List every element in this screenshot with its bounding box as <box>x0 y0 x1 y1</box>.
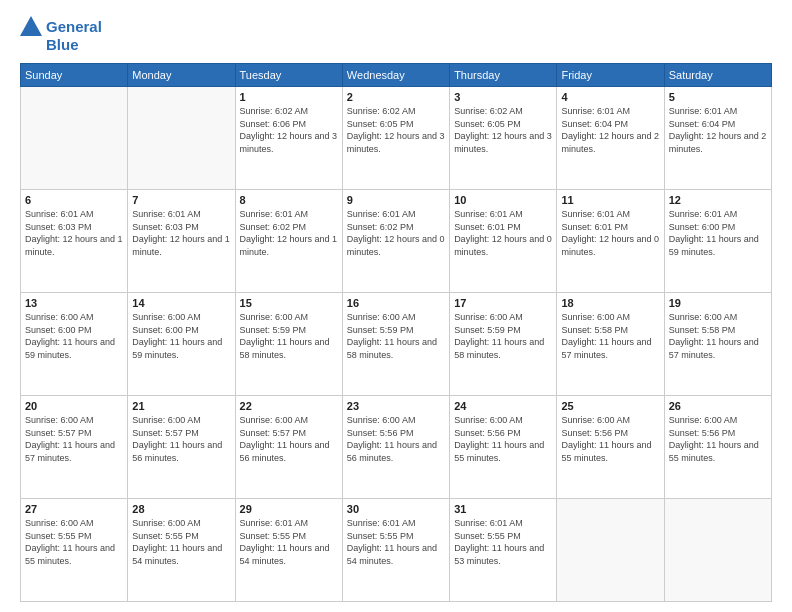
day-info: Sunrise: 6:00 AM Sunset: 5:58 PM Dayligh… <box>561 311 659 361</box>
calendar-cell: 3Sunrise: 6:02 AM Sunset: 6:05 PM Daylig… <box>450 87 557 190</box>
day-number: 31 <box>454 503 552 515</box>
calendar-week-0: 1Sunrise: 6:02 AM Sunset: 6:06 PM Daylig… <box>21 87 772 190</box>
logo: General Blue <box>20 16 102 53</box>
calendar-cell: 4Sunrise: 6:01 AM Sunset: 6:04 PM Daylig… <box>557 87 664 190</box>
calendar-cell <box>664 499 771 602</box>
calendar-table: SundayMondayTuesdayWednesdayThursdayFrid… <box>20 63 772 602</box>
day-number: 21 <box>132 400 230 412</box>
calendar-cell: 13Sunrise: 6:00 AM Sunset: 6:00 PM Dayli… <box>21 293 128 396</box>
svg-marker-0 <box>20 16 42 36</box>
calendar-cell: 30Sunrise: 6:01 AM Sunset: 5:55 PM Dayli… <box>342 499 449 602</box>
day-number: 14 <box>132 297 230 309</box>
day-info: Sunrise: 6:00 AM Sunset: 5:56 PM Dayligh… <box>454 414 552 464</box>
calendar-cell: 6Sunrise: 6:01 AM Sunset: 6:03 PM Daylig… <box>21 190 128 293</box>
day-number: 18 <box>561 297 659 309</box>
day-info: Sunrise: 6:01 AM Sunset: 6:03 PM Dayligh… <box>25 208 123 258</box>
day-info: Sunrise: 6:00 AM Sunset: 5:58 PM Dayligh… <box>669 311 767 361</box>
day-number: 5 <box>669 91 767 103</box>
day-number: 4 <box>561 91 659 103</box>
day-number: 1 <box>240 91 338 103</box>
calendar-week-2: 13Sunrise: 6:00 AM Sunset: 6:00 PM Dayli… <box>21 293 772 396</box>
calendar-cell: 11Sunrise: 6:01 AM Sunset: 6:01 PM Dayli… <box>557 190 664 293</box>
day-info: Sunrise: 6:01 AM Sunset: 6:04 PM Dayligh… <box>561 105 659 155</box>
calendar-cell: 18Sunrise: 6:00 AM Sunset: 5:58 PM Dayli… <box>557 293 664 396</box>
day-info: Sunrise: 6:01 AM Sunset: 6:00 PM Dayligh… <box>669 208 767 258</box>
day-header-sunday: Sunday <box>21 64 128 87</box>
day-info: Sunrise: 6:02 AM Sunset: 6:05 PM Dayligh… <box>454 105 552 155</box>
day-header-wednesday: Wednesday <box>342 64 449 87</box>
day-number: 30 <box>347 503 445 515</box>
calendar-page: General Blue SundayMondayTuesdayWednesda… <box>0 0 792 612</box>
day-info: Sunrise: 6:00 AM Sunset: 5:59 PM Dayligh… <box>454 311 552 361</box>
calendar-cell: 2Sunrise: 6:02 AM Sunset: 6:05 PM Daylig… <box>342 87 449 190</box>
day-info: Sunrise: 6:02 AM Sunset: 6:05 PM Dayligh… <box>347 105 445 155</box>
calendar-week-4: 27Sunrise: 6:00 AM Sunset: 5:55 PM Dayli… <box>21 499 772 602</box>
day-number: 22 <box>240 400 338 412</box>
calendar-cell: 16Sunrise: 6:00 AM Sunset: 5:59 PM Dayli… <box>342 293 449 396</box>
day-info: Sunrise: 6:00 AM Sunset: 5:56 PM Dayligh… <box>669 414 767 464</box>
day-number: 17 <box>454 297 552 309</box>
day-number: 12 <box>669 194 767 206</box>
day-number: 3 <box>454 91 552 103</box>
day-info: Sunrise: 6:00 AM Sunset: 5:55 PM Dayligh… <box>25 517 123 567</box>
day-info: Sunrise: 6:01 AM Sunset: 5:55 PM Dayligh… <box>347 517 445 567</box>
day-number: 7 <box>132 194 230 206</box>
calendar-cell: 10Sunrise: 6:01 AM Sunset: 6:01 PM Dayli… <box>450 190 557 293</box>
logo-icon <box>20 16 42 36</box>
day-number: 29 <box>240 503 338 515</box>
day-info: Sunrise: 6:01 AM Sunset: 5:55 PM Dayligh… <box>240 517 338 567</box>
calendar-cell: 20Sunrise: 6:00 AM Sunset: 5:57 PM Dayli… <box>21 396 128 499</box>
calendar-cell: 7Sunrise: 6:01 AM Sunset: 6:03 PM Daylig… <box>128 190 235 293</box>
day-info: Sunrise: 6:00 AM Sunset: 5:55 PM Dayligh… <box>132 517 230 567</box>
calendar-cell: 29Sunrise: 6:01 AM Sunset: 5:55 PM Dayli… <box>235 499 342 602</box>
day-info: Sunrise: 6:01 AM Sunset: 6:03 PM Dayligh… <box>132 208 230 258</box>
day-number: 8 <box>240 194 338 206</box>
day-info: Sunrise: 6:01 AM Sunset: 6:01 PM Dayligh… <box>454 208 552 258</box>
calendar-cell <box>21 87 128 190</box>
calendar-header-row: SundayMondayTuesdayWednesdayThursdayFrid… <box>21 64 772 87</box>
calendar-cell: 9Sunrise: 6:01 AM Sunset: 6:02 PM Daylig… <box>342 190 449 293</box>
day-info: Sunrise: 6:01 AM Sunset: 5:55 PM Dayligh… <box>454 517 552 567</box>
day-header-monday: Monday <box>128 64 235 87</box>
day-number: 27 <box>25 503 123 515</box>
calendar-cell: 12Sunrise: 6:01 AM Sunset: 6:00 PM Dayli… <box>664 190 771 293</box>
day-info: Sunrise: 6:00 AM Sunset: 6:00 PM Dayligh… <box>25 311 123 361</box>
day-info: Sunrise: 6:00 AM Sunset: 5:56 PM Dayligh… <box>561 414 659 464</box>
calendar-week-3: 20Sunrise: 6:00 AM Sunset: 5:57 PM Dayli… <box>21 396 772 499</box>
day-info: Sunrise: 6:00 AM Sunset: 5:59 PM Dayligh… <box>240 311 338 361</box>
calendar-cell <box>128 87 235 190</box>
day-number: 10 <box>454 194 552 206</box>
day-info: Sunrise: 6:00 AM Sunset: 6:00 PM Dayligh… <box>132 311 230 361</box>
calendar-cell: 22Sunrise: 6:00 AM Sunset: 5:57 PM Dayli… <box>235 396 342 499</box>
calendar-cell: 17Sunrise: 6:00 AM Sunset: 5:59 PM Dayli… <box>450 293 557 396</box>
day-info: Sunrise: 6:01 AM Sunset: 6:04 PM Dayligh… <box>669 105 767 155</box>
calendar-week-1: 6Sunrise: 6:01 AM Sunset: 6:03 PM Daylig… <box>21 190 772 293</box>
day-number: 9 <box>347 194 445 206</box>
logo-general-text: General <box>46 18 102 35</box>
calendar-cell <box>557 499 664 602</box>
day-header-friday: Friday <box>557 64 664 87</box>
day-info: Sunrise: 6:00 AM Sunset: 5:59 PM Dayligh… <box>347 311 445 361</box>
day-number: 16 <box>347 297 445 309</box>
calendar-cell: 19Sunrise: 6:00 AM Sunset: 5:58 PM Dayli… <box>664 293 771 396</box>
day-number: 24 <box>454 400 552 412</box>
day-info: Sunrise: 6:00 AM Sunset: 5:57 PM Dayligh… <box>132 414 230 464</box>
day-header-saturday: Saturday <box>664 64 771 87</box>
day-header-tuesday: Tuesday <box>235 64 342 87</box>
day-info: Sunrise: 6:01 AM Sunset: 6:02 PM Dayligh… <box>347 208 445 258</box>
day-header-thursday: Thursday <box>450 64 557 87</box>
header: General Blue <box>20 16 772 53</box>
calendar-cell: 15Sunrise: 6:00 AM Sunset: 5:59 PM Dayli… <box>235 293 342 396</box>
calendar-cell: 27Sunrise: 6:00 AM Sunset: 5:55 PM Dayli… <box>21 499 128 602</box>
calendar-cell: 25Sunrise: 6:00 AM Sunset: 5:56 PM Dayli… <box>557 396 664 499</box>
calendar-cell: 8Sunrise: 6:01 AM Sunset: 6:02 PM Daylig… <box>235 190 342 293</box>
day-number: 13 <box>25 297 123 309</box>
calendar-cell: 5Sunrise: 6:01 AM Sunset: 6:04 PM Daylig… <box>664 87 771 190</box>
day-info: Sunrise: 6:01 AM Sunset: 6:01 PM Dayligh… <box>561 208 659 258</box>
logo-blue-text: Blue <box>46 36 79 53</box>
day-number: 28 <box>132 503 230 515</box>
calendar-cell: 28Sunrise: 6:00 AM Sunset: 5:55 PM Dayli… <box>128 499 235 602</box>
day-number: 25 <box>561 400 659 412</box>
day-number: 19 <box>669 297 767 309</box>
day-info: Sunrise: 6:00 AM Sunset: 5:57 PM Dayligh… <box>25 414 123 464</box>
